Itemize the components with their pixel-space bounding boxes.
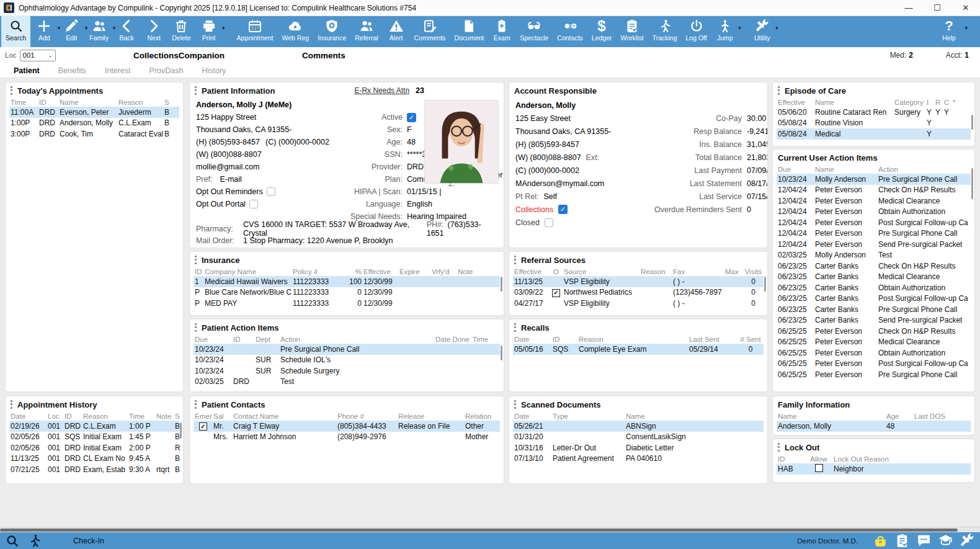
scrollbar-thumb[interactable]	[971, 168, 973, 199]
table-row[interactable]: 06/25/25Peter EversonPost Surgical Follo…	[777, 359, 971, 370]
drag-handle-icon[interactable]	[514, 256, 516, 264]
checkbox-checked-icon[interactable]: ✓	[552, 289, 560, 297]
drag-handle-icon[interactable]	[11, 400, 12, 409]
toolbar-contacts-button[interactable]: Contacts	[553, 16, 587, 47]
table-row[interactable]: PBlue Care Network/Blue C111223333012/30…	[194, 287, 500, 298]
scrollbar-thumb[interactable]	[501, 346, 502, 360]
table-row[interactable]: 05/05/16SQSComplete Eye Exam05/29/140	[513, 344, 764, 355]
drag-handle-icon[interactable]	[778, 86, 780, 95]
table-row[interactable]: 3:00PDRDCook, TimCataract EvalB	[9, 128, 179, 140]
training-icon[interactable]	[938, 533, 953, 548]
toolbar-help-button[interactable]: ? Help ▾	[935, 16, 963, 47]
toolbar-print-button[interactable]: Print▾	[195, 16, 223, 47]
closed-checkbox[interactable]	[545, 218, 553, 227]
toolbar-insurance-button[interactable]: Insurance	[313, 16, 350, 47]
search-icon[interactable]	[5, 533, 20, 548]
table-row[interactable]: 06/23/25Carter BanksObtain Authorization	[777, 282, 971, 293]
table-row[interactable]: 10/23/24Pre Surgical Phone Call	[194, 344, 500, 355]
table-row[interactable]: 12/04/24Peter EversonMedical Clearance	[777, 195, 971, 207]
toolbar-worklist-button[interactable]: Worklist	[617, 16, 648, 47]
close-button[interactable]: ✕	[951, 0, 980, 16]
toolbar-log-off-button[interactable]: Log Off	[682, 16, 711, 47]
toolbar-appointment-button[interactable]: Appointment	[233, 16, 278, 47]
tab-interest[interactable]: Interest	[105, 66, 131, 75]
dropdown-caret-icon[interactable]: ▾	[738, 25, 741, 31]
table-row[interactable]: 05/06/20Routine Cataract RenSurgeryYYY	[777, 107, 971, 118]
table-row[interactable]: 07/21/25001DRDExam, Estab9:30 ArtqrtB	[9, 464, 179, 475]
table-row[interactable]: 1Medicaid Hawaii Waivers11122333310012/3…	[194, 276, 500, 287]
table-row[interactable]: 06/25/25Peter EversonObtain Authorizatio…	[777, 347, 971, 359]
opt-out-reminders-checkbox[interactable]	[267, 187, 275, 196]
maximize-button[interactable]: ☐	[923, 0, 951, 16]
table-row[interactable]: 02/03/25Molly AndersonTest	[777, 250, 971, 261]
scrollbar-thumb[interactable]	[0, 529, 958, 532]
collections-checkbox[interactable]: ✓	[558, 205, 568, 214]
dropdown-caret-icon[interactable]: ▾	[964, 25, 968, 31]
tab-provdash[interactable]: ProvDash	[149, 66, 184, 75]
table-row[interactable]: 02/03/25DRDTest	[194, 377, 500, 388]
toolbar-alert-button[interactable]: Alert	[383, 16, 410, 47]
scrollbar-thumb[interactable]	[764, 277, 766, 292]
toolbar-spectacle-button[interactable]: Spectacle	[515, 16, 553, 47]
drag-handle-icon[interactable]	[195, 256, 197, 264]
table-row[interactable]: 12/04/24Peter EversonPre Surgical Phone …	[777, 228, 971, 239]
check-in-walking-icon[interactable]	[27, 533, 42, 548]
table-row[interactable]: ✓Mr.Craig T Elway(805)384-4433Release on…	[194, 421, 500, 432]
drag-handle-icon[interactable]	[195, 400, 197, 409]
table-row[interactable]: 06/23/25Carter BanksSend Pre-surgical Pa…	[777, 315, 971, 326]
table-row[interactable]: 11/13/25VSP Eligibility( ) -0	[513, 276, 764, 287]
toolbar-back-button[interactable]: Back	[113, 16, 140, 47]
toolbar-comments-button[interactable]: Comments	[410, 16, 450, 47]
toolbar-delete-button[interactable]: Delete	[167, 16, 195, 47]
opt-out-portal-checkbox[interactable]	[249, 200, 258, 208]
check-in-label[interactable]: Check-In	[73, 537, 104, 545]
worklist-icon[interactable]	[894, 533, 910, 548]
table-row[interactable]: 10/23/24SURSchedule IOL's	[194, 355, 500, 366]
table-row[interactable]: 05/08/24MedicalY	[777, 128, 971, 140]
toolbar-next-button[interactable]: Next	[140, 16, 167, 47]
minimize-button[interactable]: —	[894, 0, 923, 16]
table-row[interactable]: 06/25/25Peter EversonMedical Clearance	[777, 337, 971, 348]
tab-history[interactable]: History	[202, 66, 226, 75]
table-row[interactable]: 12/04/24Peter EversonCheck On H&P Result…	[777, 185, 971, 196]
table-row[interactable]: 06/23/25Carter BanksPre Surgical Phone C…	[777, 304, 971, 315]
toolbar-tracking-button[interactable]: Tracking	[648, 16, 682, 47]
scrollbar-thumb[interactable]	[180, 422, 182, 439]
checkbox-empty-icon[interactable]	[815, 464, 823, 472]
table-row[interactable]: 06/23/25Carter BanksMedical Clearance	[777, 272, 971, 283]
scrollbar-thumb[interactable]	[971, 115, 973, 130]
tab-benefits[interactable]: Benefits	[58, 66, 86, 75]
table-row[interactable]: 11:00ADRDEverson, PeterJuvedermB	[9, 107, 179, 118]
table-row[interactable]: 03/09/22✓Northwest Pediatrics(123)456-78…	[513, 287, 764, 298]
toolbar-document-button[interactable]: Document	[450, 16, 488, 47]
table-row[interactable]: 07/13/10Patient AgreementPA 040610	[513, 453, 764, 465]
table-row[interactable]: PMED PAY111223333012/30/99	[194, 298, 500, 309]
active-checkbox[interactable]: ✓	[407, 113, 416, 122]
table-row[interactable]: 12/04/24Peter EversonObtain Authorizatio…	[777, 207, 971, 218]
scrollbar-thumb[interactable]	[501, 277, 502, 292]
table-row[interactable]: 06/25/25Peter EversonPre Surgical Phone …	[777, 369, 971, 380]
checkbox-checked-icon[interactable]: ✓	[199, 422, 207, 431]
table-row[interactable]: 11/13/25001DRDCL Exam No9:45 AB	[9, 453, 179, 465]
table-row[interactable]: 1:00PDRDAnderson, MollyC.L.ExamB	[9, 118, 179, 129]
drag-handle-icon[interactable]	[195, 323, 197, 332]
drag-handle-icon[interactable]	[11, 86, 12, 95]
toolbar-add-button[interactable]: Add▾	[30, 16, 58, 47]
collections-companion-button[interactable]: CollectionsCompanion	[133, 51, 225, 60]
drag-handle-icon[interactable]	[514, 400, 516, 409]
table-row[interactable]: Mrs.Harriett M Johnson(208)949-2976Mothe…	[194, 432, 500, 443]
table-row[interactable]: 01/31/20ConsentLasikSign	[513, 432, 764, 443]
utility-tools-icon[interactable]	[960, 533, 975, 548]
toolbar-jump-button[interactable]: Jump▾	[711, 16, 739, 47]
notifications-icon[interactable]	[873, 533, 888, 548]
horizontal-scrollbar[interactable]	[0, 527, 980, 532]
table-row[interactable]: 02/05/26001SQSInitial Exam1:45 PB	[9, 432, 179, 443]
dropdown-caret-icon[interactable]: ▾	[775, 25, 778, 31]
tab-patient[interactable]: Patient	[14, 66, 40, 75]
table-row[interactable]: Anderson, Molly48	[777, 421, 971, 432]
table-row[interactable]: 05/08/24Routine VisionY	[777, 118, 971, 129]
drag-handle-icon[interactable]	[195, 86, 197, 95]
table-row[interactable]: 06/23/25Carter BanksCheck On H&P Results	[777, 261, 971, 272]
table-row[interactable]: 12/04/24Peter EversonSend Pre-surgical P…	[777, 239, 971, 250]
erx-needs-attn-link[interactable]: E-Rx Needs Attn	[354, 86, 409, 95]
